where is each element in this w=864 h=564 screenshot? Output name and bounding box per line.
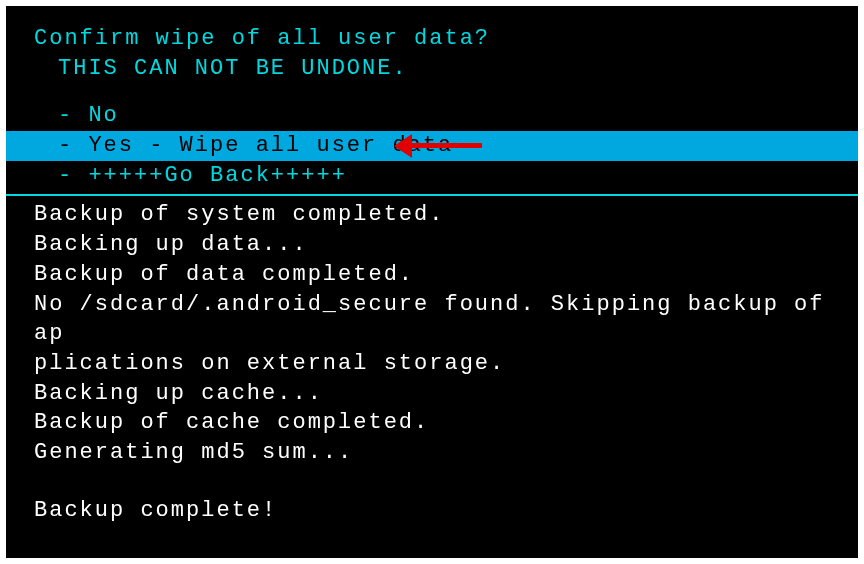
- log-line: Backing up data...: [6, 230, 858, 260]
- spacer: [6, 83, 858, 101]
- log-line: Generating md5 sum...: [6, 438, 858, 468]
- log-line: plications on external storage.: [6, 349, 858, 379]
- warning-text: THIS CAN NOT BE UNDONE.: [6, 54, 858, 84]
- confirm-title: Confirm wipe of all user data?: [6, 24, 858, 54]
- log-line: No /sdcard/.android_secure found. Skippi…: [6, 290, 858, 349]
- log-line: Backup of cache completed.: [6, 408, 858, 438]
- recovery-screen: Confirm wipe of all user data? THIS CAN …: [6, 6, 858, 558]
- log-line: Backup of data completed.: [6, 260, 858, 290]
- red-arrow-icon: [394, 134, 482, 158]
- log-line-complete: Backup complete!: [6, 496, 858, 526]
- log-line: Backing up cache...: [6, 379, 858, 409]
- log-line: Backup of system completed.: [6, 200, 858, 230]
- spacer: [6, 468, 858, 496]
- menu-option-yes-selected[interactable]: - Yes - Wipe all user data: [6, 131, 858, 161]
- menu-option-back[interactable]: - +++++Go Back+++++: [6, 161, 858, 191]
- divider-line: [6, 194, 858, 196]
- menu-option-no[interactable]: - No: [6, 101, 858, 131]
